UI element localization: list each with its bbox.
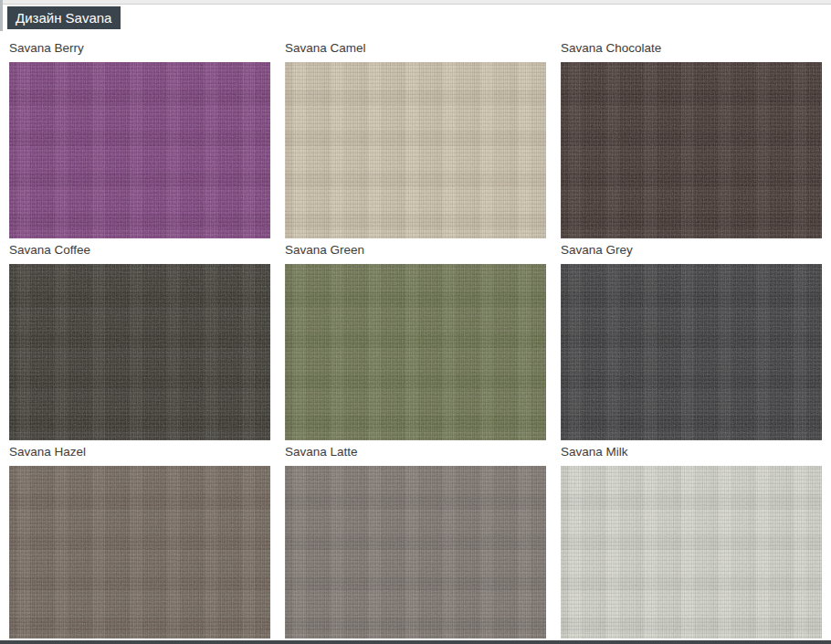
- swatch-item: Savana Latte: [285, 442, 546, 642]
- swatch-grid: Savana BerrySavana CamelSavana Chocolate…: [9, 38, 831, 642]
- fabric-grain-texture: [285, 264, 546, 440]
- swatch-item: Savana Hazel: [9, 442, 270, 642]
- swatch-label: Savana Latte: [285, 442, 546, 466]
- fabric-grain-texture: [9, 62, 270, 238]
- swatch-label: Savana Hazel: [9, 442, 270, 466]
- swatch-label: Savana Berry: [9, 38, 270, 62]
- swatch-label: Savana Grey: [561, 240, 822, 264]
- fabric-grain-texture: [9, 466, 270, 642]
- swatch-label: Savana Green: [285, 240, 546, 264]
- swatch-label: Savana Coffee: [9, 240, 270, 264]
- fabric-swatch-image[interactable]: [561, 466, 822, 642]
- fabric-swatch-image[interactable]: [285, 62, 546, 238]
- swatch-label: Savana Chocolate: [561, 38, 822, 62]
- fabric-grain-texture: [9, 264, 270, 440]
- fabric-swatch-image[interactable]: [285, 264, 546, 440]
- swatch-item: Savana Berry: [9, 38, 270, 238]
- window-left-edge: [0, 0, 3, 31]
- swatch-item: Savana Camel: [285, 38, 546, 238]
- fabric-grain-texture: [561, 62, 822, 238]
- fabric-grain-texture: [285, 62, 546, 238]
- fabric-swatch-image[interactable]: [561, 62, 822, 238]
- fabric-swatch-image[interactable]: [9, 466, 270, 642]
- fabric-swatch-image[interactable]: [9, 62, 270, 238]
- fabric-swatch-image[interactable]: [9, 264, 270, 440]
- window-top-edge: [0, 0, 831, 5]
- fabric-swatch-image[interactable]: [285, 466, 546, 642]
- swatch-item: Savana Green: [285, 240, 546, 440]
- fabric-grain-texture: [285, 466, 546, 642]
- horizontal-scrollbar[interactable]: [0, 639, 831, 644]
- swatch-label: Savana Milk: [561, 442, 822, 466]
- design-title-badge: Дизайн Savana: [7, 6, 121, 29]
- fabric-grain-texture: [561, 466, 822, 642]
- swatch-item: Savana Grey: [561, 240, 822, 440]
- swatch-item: Savana Chocolate: [561, 38, 822, 238]
- fabric-grain-texture: [561, 264, 822, 440]
- swatch-item: Savana Coffee: [9, 240, 270, 440]
- swatch-label: Savana Camel: [285, 38, 546, 62]
- fabric-swatch-image[interactable]: [561, 264, 822, 440]
- swatch-item: Savana Milk: [561, 442, 822, 642]
